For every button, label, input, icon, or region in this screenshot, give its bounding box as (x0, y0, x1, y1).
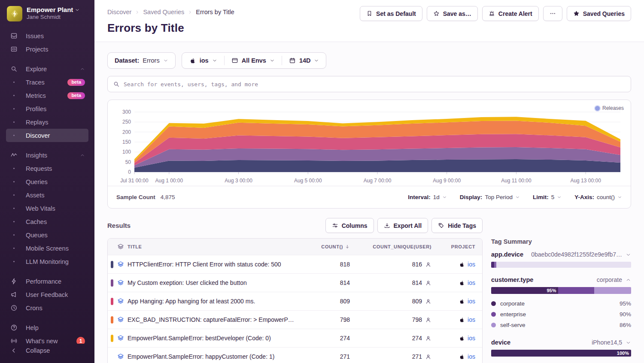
sidebar-item-discover[interactable]: Discover (6, 129, 88, 142)
facet-legend-row[interactable]: corporate95% (491, 298, 631, 309)
control-label: Y-Axis: (574, 194, 594, 200)
error-title-link[interactable]: EXC_BAD_INSTRUCTION: captureFatalError: … (128, 316, 301, 323)
count-unique-value: 798 (352, 316, 434, 323)
sidebar-item-issues[interactable]: Issues (6, 29, 88, 42)
y-axis-selector[interactable]: Y-Axis:count() (574, 194, 622, 200)
sidebar-item-projects[interactable]: Projects (6, 42, 88, 56)
create-alert-button[interactable]: Create Alert (482, 6, 539, 21)
sidebar-group-explore[interactable]: Explore (6, 62, 88, 76)
event-stack-button[interactable] (117, 335, 124, 342)
sidebar-item-user-feedback[interactable]: User Feedback (6, 288, 88, 301)
error-title-link[interactable]: HTTPClientError: HTTP Client Error with … (128, 261, 301, 268)
column-header-project[interactable]: PROJECT (434, 244, 482, 249)
project-link[interactable]: ios (468, 353, 475, 360)
column-header-title[interactable]: TITLE (128, 244, 301, 249)
breadcrumb-item[interactable]: Discover (107, 9, 131, 15)
facet-distribution-bar[interactable] (491, 262, 631, 268)
sidebar-item-traces[interactable]: Tracesbeta (6, 76, 88, 89)
control-value: count() (597, 194, 615, 200)
date-range-filter[interactable]: 14D (282, 53, 326, 68)
export-all-button[interactable]: Export All (377, 218, 428, 233)
chev-down-icon (617, 195, 622, 200)
facet-legend-row[interactable]: self-serve86% (491, 320, 631, 330)
more-options-button[interactable] (543, 6, 562, 21)
saved-queries-button[interactable]: Saved Queries (567, 6, 631, 21)
sidebar-item-mobile-screens[interactable]: Mobile Screens (6, 242, 88, 255)
column-header-count-unique[interactable]: COUNT_UNIQUE(USER) (352, 244, 434, 249)
save-as-button[interactable]: Save as… (427, 6, 478, 21)
event-stack-button[interactable] (117, 298, 124, 305)
chart-legend-releases[interactable]: Releases (595, 105, 624, 111)
dataset-label: Dataset: (115, 57, 139, 64)
org-switcher[interactable]: Empower Plant Jane Schmidt (0, 0, 94, 21)
apple-icon (459, 317, 465, 323)
sidebar-item-label: Caches (26, 218, 85, 225)
svg-text:Aug 7 00:00: Aug 7 00:00 (364, 178, 392, 184)
columns-icon (332, 222, 338, 229)
sidebar-item-assets[interactable]: Assets (6, 188, 88, 202)
sidebar-item-queries[interactable]: Queries (6, 175, 88, 188)
project-link[interactable]: ios (468, 279, 475, 286)
display-selector[interactable]: Display:Top Period (460, 194, 520, 200)
sidebar-item-queues[interactable]: Queues (6, 228, 88, 242)
sidebar-group-insights[interactable]: Insights (6, 148, 88, 162)
table-row: My Custom exeption: User clicked the but… (108, 273, 482, 292)
interval-selector[interactable]: Interval:1d (408, 194, 447, 200)
button-label: Save as… (443, 10, 471, 17)
event-stack-button[interactable] (117, 316, 124, 323)
facet-legend-row[interactable]: enterprise90% (491, 309, 631, 320)
facet-bar-label: 95% (547, 288, 556, 293)
sidebar-item-caches[interactable]: Caches (6, 215, 88, 228)
event-stack-button[interactable] (117, 279, 124, 286)
search-icon (10, 65, 18, 73)
project-link[interactable]: ios (468, 316, 475, 323)
event-stack-button[interactable] (117, 353, 124, 360)
project-link[interactable]: ios (468, 298, 475, 305)
facet-distribution-bar[interactable]: 100% (491, 350, 631, 357)
series-color-swatch (111, 298, 113, 305)
error-title-link[interactable]: My Custom exeption: User clicked the but… (128, 279, 301, 286)
facet-header[interactable]: customer.typecorporate (491, 276, 631, 283)
sidebar-item-help[interactable]: Help (6, 321, 88, 334)
sidebar-item-web-vitals[interactable]: Web Vitals (6, 202, 88, 215)
apple-icon (459, 298, 465, 305)
facet-header[interactable]: app.device0baebc0de4982f1255f2e9e9fb7… (491, 251, 631, 258)
error-title-link[interactable]: EmpowerPlant.SampleError: bestDeveloper … (128, 335, 301, 342)
event-stack-button[interactable] (117, 261, 124, 268)
dataset-selector[interactable]: Dataset: Errors (107, 52, 176, 69)
breadcrumb-item[interactable]: Saved Queries (143, 9, 184, 15)
facet-header[interactable]: deviceiPhone14,5 (491, 339, 631, 346)
sidebar-item-metrics[interactable]: Metricsbeta (6, 89, 88, 102)
project-link[interactable]: ios (468, 261, 475, 268)
environment-filter[interactable]: All Envs (225, 53, 282, 68)
sidebar: Empower Plant Jane Schmidt IssuesProject… (0, 0, 94, 363)
error-title-link[interactable]: EmpowerPlant.SampleError: happyCustomer … (128, 353, 301, 360)
search-input[interactable] (124, 81, 626, 88)
chev-down-icon (314, 58, 319, 63)
sidebar-item-crons[interactable]: Crons (6, 301, 88, 315)
column-header-count[interactable]: COUNT() (301, 244, 352, 249)
sidebar-item-requests[interactable]: Requests (6, 162, 88, 175)
sidebar-item-replays[interactable]: Replays (6, 115, 88, 129)
sidebar-item-what-s-new[interactable]: What's new1 (6, 334, 88, 344)
sidebar-item-llm-monitoring[interactable]: LLM Monitoring (6, 255, 88, 268)
sidebar-collapse-button[interactable]: Collapse (6, 344, 88, 357)
sidebar-item-performance[interactable]: Performance (6, 275, 88, 288)
columns-button[interactable]: Columns (325, 218, 374, 233)
hide-tags-button[interactable]: Hide Tags (431, 218, 483, 233)
error-title-link[interactable]: App Hanging: App hanging for at least 20… (128, 298, 301, 305)
star-filled-icon (573, 10, 580, 17)
sidebar-item-profiles[interactable]: Profiles (6, 102, 88, 115)
stacked-area-chart[interactable]: 050100150200250300Jul 31 00:00Aug 1 00:0… (115, 105, 625, 186)
control-label: Limit: (533, 194, 549, 200)
results-table: TITLECOUNT()COUNT_UNIQUE(USER)PROJECTHTT… (107, 238, 483, 363)
project-link[interactable]: ios (468, 335, 475, 342)
svg-text:150: 150 (122, 139, 131, 145)
project-filter[interactable]: ios (182, 53, 224, 68)
button-label: Hide Tags (448, 222, 476, 229)
content-area: Dataset: Errors ios All Envs (94, 42, 644, 363)
facet-bar-label: 100% (617, 351, 629, 356)
limit-selector[interactable]: Limit:5 (533, 194, 562, 200)
set-as-default-button[interactable]: Set as Default (360, 6, 422, 21)
facet-distribution-bar[interactable]: 95% (491, 287, 631, 294)
